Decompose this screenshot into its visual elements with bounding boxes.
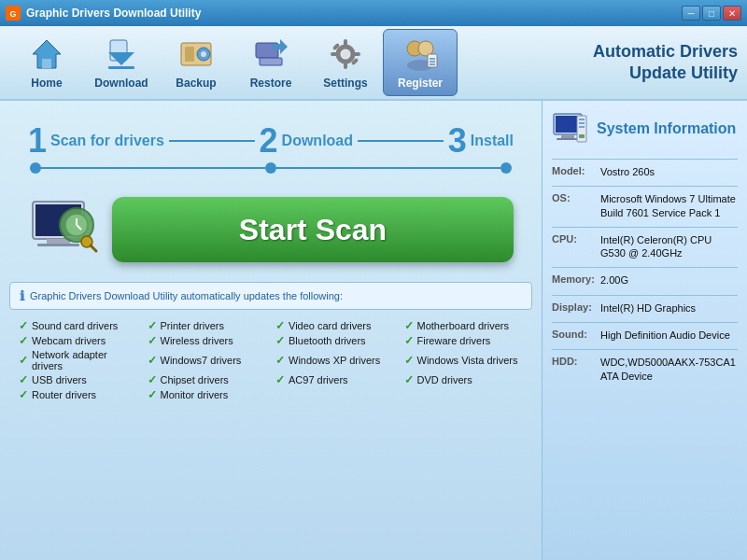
check-icon: ✓	[275, 354, 285, 367]
info-divider	[552, 295, 738, 296]
info-row: Model: Vostro 260s	[552, 165, 738, 178]
driver-label: Router drivers	[32, 389, 96, 400]
check-icon: ✓	[19, 334, 28, 347]
toolbar-settings[interactable]: Settings	[308, 29, 383, 96]
driver-item: ✓Windows XP drivers	[275, 349, 395, 371]
toolbar-home[interactable]: Home	[9, 29, 84, 96]
left-panel: 1 Scan for drivers 2 Download 3 Install	[0, 101, 542, 560]
info-value: Intel(R) HD Graphics	[600, 301, 696, 315]
info-label: Display:	[552, 301, 597, 315]
info-value: Microsoft Windows 7 Ultimate Build 7601 …	[600, 192, 738, 219]
svg-rect-47	[579, 134, 585, 138]
info-divider	[552, 227, 738, 228]
toolbar-restore[interactable]: Restore	[233, 29, 308, 96]
check-icon: ✓	[19, 388, 28, 401]
dot-line-1	[41, 167, 265, 169]
step-2-number: 2	[260, 124, 278, 158]
info-value: WDC,WD5000AAKX-753CA1 ATA Device	[600, 356, 738, 383]
start-scan-button[interactable]: Start Scan	[112, 197, 514, 262]
driver-item: ✓Motherboard drivers	[404, 319, 524, 332]
toolbar-backup-label: Backup	[176, 77, 216, 90]
info-divider	[552, 322, 738, 323]
info-row: Display: Intel(R) HD Graphics	[552, 301, 738, 315]
svg-rect-17	[344, 62, 347, 69]
dot-line-2	[276, 167, 500, 169]
check-icon: ✓	[148, 354, 157, 367]
driver-item: ✓Monitor drivers	[148, 388, 267, 401]
driver-item: ✓USB drivers	[19, 373, 138, 386]
toolbar: Home Download Backup	[0, 26, 747, 101]
driver-list: ✓Sound card drivers✓Printer drivers✓Vide…	[9, 315, 532, 405]
driver-label: Monitor drivers	[161, 389, 229, 400]
driver-label: Video card drivers	[289, 320, 371, 331]
info-label: Memory:	[552, 273, 597, 287]
svg-rect-31	[47, 239, 70, 244]
step-3: 3 Install	[448, 124, 514, 158]
step-2-label: Download	[282, 133, 353, 149]
steps-dots	[9, 162, 532, 183]
info-icon: ℹ	[20, 288, 24, 303]
toolbar-download-label: Download	[94, 77, 148, 90]
svg-text:G: G	[9, 9, 16, 19]
system-info-header: System Information	[552, 110, 738, 147]
step-1-number: 1	[28, 124, 47, 158]
driver-item: ✓Wireless drivers	[148, 334, 267, 347]
svg-rect-19	[353, 52, 360, 56]
driver-item: ✓Sound card drivers	[19, 319, 138, 332]
driver-label: Sound card drivers	[32, 320, 118, 331]
driver-label: Windows XP drivers	[289, 355, 380, 366]
info-row: CPU: Intel(R) Celeron(R) CPU G530 @ 2.40…	[552, 233, 738, 260]
driver-item: ✓Chipset drivers	[148, 373, 267, 386]
minimize-button[interactable]: ─	[682, 6, 700, 21]
steps-header: 1 Scan for drivers 2 Download 3 Install	[9, 110, 532, 162]
svg-rect-8	[185, 47, 194, 62]
toolbar-home-label: Home	[31, 77, 62, 90]
driver-label: Network adapter drivers	[32, 349, 138, 371]
check-icon: ✓	[19, 319, 28, 332]
step-line-2	[358, 140, 444, 142]
toolbar-register[interactable]: Register	[383, 29, 458, 96]
close-button[interactable]: ✕	[723, 6, 741, 21]
svg-rect-40	[556, 116, 580, 133]
info-row: HDD: WDC,WD5000AAKX-753CA1 ATA Device	[552, 356, 738, 383]
info-row: OS: Microsoft Windows 7 Ultimate Build 7…	[552, 192, 738, 219]
divider-top	[552, 159, 738, 160]
svg-rect-16	[344, 39, 347, 47]
right-panel: System Information Model: Vostro 260s OS…	[542, 101, 747, 560]
info-row: Sound: High Definition Audio Device	[552, 329, 738, 342]
system-info-title: System Information	[597, 120, 736, 137]
info-label: HDD:	[552, 356, 597, 383]
svg-rect-6	[108, 66, 134, 69]
check-icon: ✓	[148, 373, 157, 386]
check-icon: ✓	[275, 334, 285, 347]
info-label: OS:	[552, 192, 597, 219]
info-value: Intel(R) Celeron(R) CPU G530 @ 2.40GHz	[600, 233, 738, 260]
check-icon: ✓	[148, 319, 157, 332]
svg-rect-12	[260, 58, 282, 65]
driver-item: ✓Router drivers	[19, 388, 138, 401]
driver-item: ✓Video card drivers	[275, 319, 395, 332]
svg-line-38	[91, 245, 96, 251]
driver-label: Motherboard drivers	[417, 320, 509, 331]
svg-rect-18	[331, 52, 338, 56]
driver-label: AC97 drivers	[289, 374, 348, 385]
check-icon: ✓	[404, 354, 414, 367]
driver-item: ✓DVD drivers	[404, 373, 524, 386]
title-bar: G Graphic Drivers Download Utility ─ □ ✕	[0, 0, 747, 26]
driver-label: Printer drivers	[161, 320, 224, 331]
svg-rect-3	[42, 59, 51, 68]
home-icon	[28, 35, 65, 73]
download-icon	[103, 35, 140, 73]
step-1: 1 Scan for drivers	[28, 124, 164, 158]
info-value: Vostro 260s	[600, 165, 655, 178]
toolbar-backup[interactable]: Backup	[159, 29, 233, 96]
toolbar-download[interactable]: Download	[84, 29, 159, 96]
svg-point-10	[201, 51, 206, 57]
driver-label: DVD drivers	[417, 374, 472, 385]
maximize-button[interactable]: □	[702, 6, 721, 21]
check-icon: ✓	[148, 388, 157, 401]
driver-label: Windows Vista drivers	[417, 355, 518, 366]
main-content: 1 Scan for drivers 2 Download 3 Install	[0, 101, 747, 560]
driver-item: ✓Fireware drivers	[404, 334, 524, 347]
step-1-label: Scan for drivers	[50, 133, 164, 149]
